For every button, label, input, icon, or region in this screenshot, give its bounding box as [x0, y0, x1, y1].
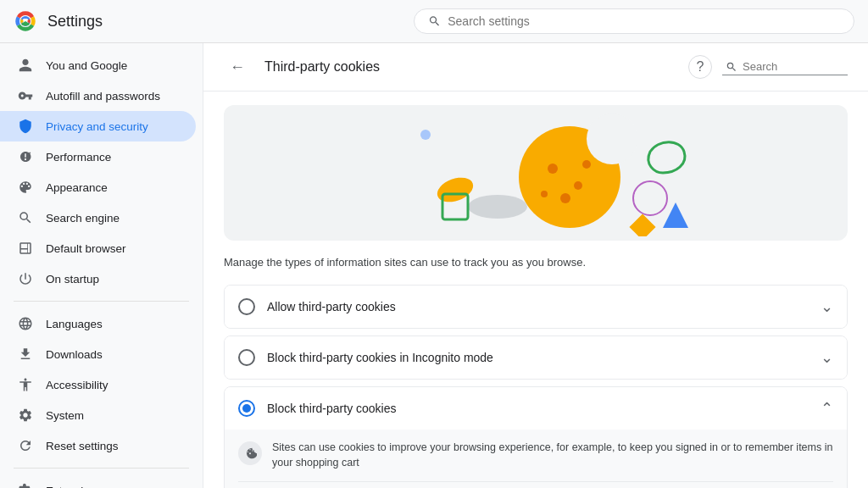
svg-point-8 — [582, 160, 591, 169]
option-block-label: Block third-party cookies — [267, 402, 809, 415]
search-icon — [17, 209, 34, 226]
page-search-input[interactable] — [743, 60, 844, 73]
option-sub-text-1: Sites can use cookies to improve your br… — [272, 440, 833, 472]
download-icon — [17, 346, 34, 363]
power-icon — [17, 270, 34, 287]
lang-icon — [17, 315, 34, 332]
option-sub-item-2: Sites can't use your cookies to see your… — [238, 481, 833, 488]
chevron-down-icon: ⌄ — [821, 297, 833, 316]
sidebar-item-label: On startup — [46, 273, 99, 286]
sidebar-item-label: System — [46, 409, 84, 422]
palette-icon — [17, 179, 34, 196]
sidebar-item-autofill[interactable]: Autofill and passwords — [0, 80, 196, 111]
sidebar-item-label: Accessibility — [46, 379, 108, 391]
chevron-down-icon: ⌄ — [821, 348, 833, 367]
radio-allow[interactable] — [238, 298, 255, 315]
person-icon — [17, 57, 34, 74]
sidebar-item-appearance[interactable]: Appearance — [0, 172, 196, 202]
svg-point-7 — [560, 193, 570, 203]
sidebar-item-label: You and Google — [46, 59, 127, 72]
topbar-search-box[interactable] — [414, 8, 854, 34]
reset-icon — [17, 437, 34, 454]
sidebar-item-search-engine[interactable]: Search engine — [0, 202, 196, 233]
back-button[interactable]: ← — [224, 53, 251, 80]
sidebar-item-default-browser[interactable]: Default browser — [0, 233, 196, 263]
accessibility-icon — [17, 376, 34, 393]
search-icon — [726, 61, 737, 73]
chrome-logo — [14, 9, 37, 33]
sidebar: You and Google Autofill and passwords Pr… — [0, 43, 203, 488]
option-allow: Allow third-party cookies ⌄ — [224, 285, 848, 329]
sidebar-item-you-and-google[interactable]: You and Google — [0, 50, 196, 80]
app-title: Settings — [47, 13, 103, 30]
sidebar-item-label: Appearance — [46, 181, 108, 194]
sidebar-item-label: Search engine — [46, 212, 120, 225]
extensions-icon — [17, 482, 34, 488]
gauge-icon — [17, 148, 34, 165]
svg-point-13 — [633, 181, 667, 215]
page-header: ← Third-party cookies ? — [203, 43, 868, 92]
radio-block[interactable] — [238, 400, 255, 417]
radio-block-incognito[interactable] — [238, 349, 255, 366]
sidebar-item-accessibility[interactable]: Accessibility — [0, 369, 196, 400]
sidebar-item-reset-settings[interactable]: Reset settings — [0, 430, 196, 461]
sidebar-item-extensions[interactable]: Extensions — [0, 475, 196, 488]
page-title: Third-party cookies — [264, 59, 675, 75]
option-block-header[interactable]: Block third-party cookies ⌃ — [225, 387, 847, 430]
header-actions: ? — [688, 55, 848, 79]
sidebar-item-languages[interactable]: Languages — [0, 308, 196, 339]
sidebar-item-performance[interactable]: Performance — [0, 141, 196, 172]
sidebar-item-downloads[interactable]: Downloads — [0, 339, 196, 369]
browser-icon — [17, 240, 34, 257]
key-icon — [17, 87, 34, 104]
option-allow-label: Allow third-party cookies — [267, 300, 809, 313]
cookie-illustration — [224, 105, 848, 241]
sidebar-item-label: Downloads — [46, 348, 103, 361]
svg-point-9 — [541, 191, 548, 197]
cookie-icon — [238, 441, 262, 465]
option-block-incognito-label: Block third-party cookies in Incognito m… — [267, 351, 809, 364]
option-allow-header[interactable]: Allow third-party cookies ⌄ — [225, 286, 847, 328]
sidebar-item-label: Performance — [46, 151, 111, 164]
option-block-incognito: Block third-party cookies in Incognito m… — [224, 336, 848, 380]
sidebar-item-privacy[interactable]: Privacy and security — [0, 111, 196, 141]
svg-rect-15 — [629, 214, 655, 236]
sidebar-divider-2 — [14, 468, 189, 469]
sidebar-item-label: Default browser — [46, 242, 126, 255]
topbar: Settings — [0, 0, 868, 43]
sidebar-item-on-startup[interactable]: On startup — [0, 263, 196, 294]
option-block: Block third-party cookies ⌃ Sites can us… — [224, 386, 848, 489]
header-search-box[interactable] — [722, 58, 848, 75]
svg-marker-16 — [663, 202, 688, 228]
option-block-incognito-header[interactable]: Block third-party cookies in Incognito m… — [225, 336, 847, 379]
sidebar-item-label: Extensions — [46, 485, 102, 489]
svg-point-4 — [587, 114, 637, 164]
sidebar-item-label: Reset settings — [46, 440, 119, 452]
svg-point-6 — [574, 181, 582, 190]
svg-point-10 — [434, 173, 476, 206]
chevron-up-icon: ⌃ — [821, 399, 833, 418]
system-icon — [17, 407, 34, 424]
content-area: Manage the types of information sites ca… — [203, 254, 868, 488]
content-description: Manage the types of information sites ca… — [224, 254, 848, 271]
sidebar-item-system[interactable]: System — [0, 400, 196, 430]
sidebar-item-label: Privacy and security — [46, 120, 148, 133]
search-icon — [428, 14, 441, 28]
sidebar-divider-1 — [14, 301, 189, 302]
option-sub-item-1: Sites can use cookies to improve your br… — [238, 430, 833, 482]
svg-point-5 — [548, 164, 558, 174]
main-content: ← Third-party cookies ? — [203, 43, 868, 488]
help-button[interactable]: ? — [688, 55, 712, 79]
main-layout: You and Google Autofill and passwords Pr… — [0, 43, 868, 488]
sidebar-item-label: Autofill and passwords — [46, 90, 160, 103]
shield-icon — [17, 118, 34, 135]
svg-point-11 — [468, 195, 527, 219]
sidebar-item-label: Languages — [46, 318, 103, 330]
option-block-content: Sites can use cookies to improve your br… — [225, 430, 847, 489]
topbar-search-input[interactable] — [448, 14, 840, 28]
svg-point-2 — [420, 130, 431, 140]
